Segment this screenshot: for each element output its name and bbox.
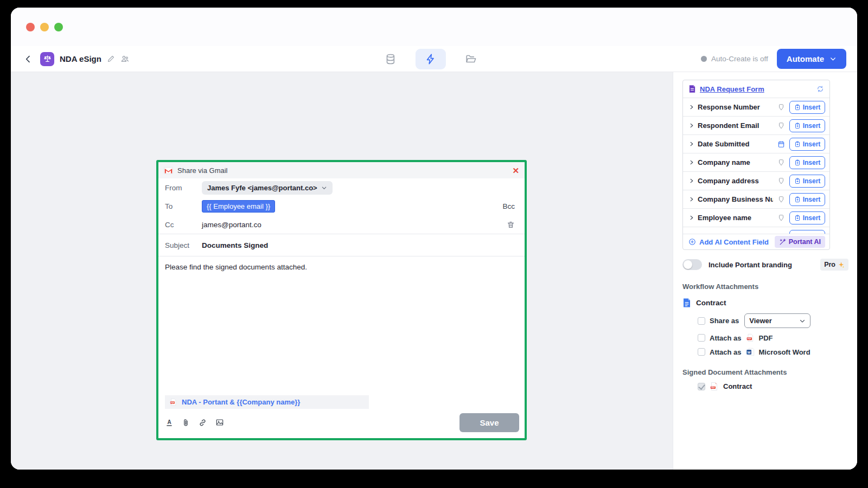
clipboard-icon (794, 196, 801, 203)
field-row-response-number: Response Number Insert (683, 98, 829, 117)
automate-button[interactable]: Automate (777, 49, 846, 69)
calendar-icon (777, 140, 785, 148)
branding-label: Include Portant branding (709, 261, 792, 269)
pro-badge: Pro (820, 259, 848, 271)
insert-field-button[interactable] (789, 230, 825, 234)
attach-as-word-checkbox[interactable] (698, 348, 705, 356)
workflow-attachment-doc: Contract (682, 298, 848, 308)
svg-text:PDF: PDF (711, 387, 715, 389)
field-row-company-address: Company address Insert (683, 172, 829, 190)
link-icon (198, 418, 207, 427)
form-fields-panel: NDA Request Form Response Number Insert … (682, 80, 830, 250)
expand-field-icon[interactable] (688, 123, 694, 129)
attach-file-button[interactable] (182, 418, 190, 427)
chevron-down-icon (321, 185, 327, 191)
attachment-chip[interactable]: PDF NDA - Portant & {{Company name}} (165, 395, 369, 409)
text-format-button[interactable]: A (165, 418, 174, 427)
insert-field-button[interactable]: Insert (789, 119, 825, 132)
share-as-select[interactable]: Viewer (744, 313, 810, 328)
to-field-chip[interactable]: {{ Employee email }} (202, 200, 275, 213)
signed-attachments-title: Signed Document Attachments (682, 368, 848, 376)
expand-field-icon[interactable] (688, 215, 694, 221)
automation-sidebar: NDA Request Form Response Number Insert … (673, 72, 857, 470)
chevron-down-icon (829, 55, 837, 62)
workflow-canvas: Share via Gmail ✕ From James Fyfe <james… (11, 72, 673, 470)
expand-field-icon[interactable] (688, 196, 694, 202)
rename-button[interactable] (107, 55, 115, 63)
email-body[interactable]: Please find the signed documents attache… (158, 256, 525, 395)
minimize-window-button[interactable] (40, 23, 49, 31)
insert-field-button[interactable]: Insert (789, 193, 825, 206)
clipboard-icon (794, 215, 801, 221)
tag-icon (777, 214, 785, 222)
tag-icon (777, 196, 785, 203)
share-via-gmail-dialog: Share via Gmail ✕ From James Fyfe <james… (156, 160, 527, 440)
tag-icon (777, 104, 785, 111)
cc-value[interactable]: james@portant.co (202, 221, 261, 229)
expand-field-icon[interactable] (688, 159, 694, 165)
branding-row: Include Portant branding Pro (682, 259, 848, 271)
portant-ai-badge[interactable]: Portant AI (775, 236, 825, 248)
google-doc-icon (682, 298, 691, 308)
field-row-respondent-email: Respondent Email Insert (683, 117, 829, 135)
refresh-fields-button[interactable] (816, 85, 824, 93)
insert-link-button[interactable] (198, 418, 207, 427)
people-icon (120, 54, 130, 63)
source-data-tab[interactable] (375, 49, 406, 69)
expand-field-icon[interactable] (688, 104, 694, 110)
from-select[interactable]: James Fyfe <james@portant.co> (202, 181, 333, 195)
pdf-file-icon: PDF (710, 382, 719, 391)
clipboard-icon (794, 159, 801, 166)
app-header: NDA eSign Auto-Create is off (11, 46, 857, 72)
insert-field-button[interactable]: Insert (789, 175, 825, 188)
attach-as-pdf-checkbox[interactable] (698, 334, 705, 342)
to-row: To {{ Employee email }} Bcc (158, 197, 525, 215)
signed-contract-checkbox[interactable] (698, 383, 705, 390)
zoom-window-button[interactable] (54, 23, 63, 31)
field-row-employee-name: Employee name Insert (683, 209, 829, 227)
automation-tab[interactable] (416, 49, 446, 69)
svg-text:PDF: PDF (748, 338, 751, 340)
workflow-attachments-title: Workflow Attachments (682, 282, 848, 291)
back-button[interactable] (22, 53, 35, 66)
expand-field-icon[interactable] (688, 178, 694, 184)
signed-doc-name: Contract (723, 382, 752, 390)
insert-field-button[interactable]: Insert (789, 138, 825, 151)
save-button[interactable]: Save (459, 413, 519, 432)
field-row-date-submitted: Date Submitted Insert (683, 135, 829, 153)
add-ai-content-field-button[interactable]: Add AI Content Field (688, 238, 769, 246)
titlebar (11, 8, 857, 46)
share-as-checkbox[interactable] (698, 317, 705, 325)
share-as-row: Share as Viewer (698, 313, 848, 328)
partially-scrolled-field-row (683, 227, 829, 234)
cc-label: Cc (165, 221, 202, 229)
status-dot-icon (701, 56, 707, 62)
subject-value[interactable]: Documents Signed (202, 241, 268, 249)
insert-field-button[interactable]: Insert (789, 101, 825, 114)
insert-field-button[interactable]: Insert (789, 211, 825, 224)
refresh-icon (816, 85, 824, 93)
close-dialog-icon[interactable]: ✕ (512, 166, 519, 175)
from-label: From (165, 184, 202, 192)
svg-text:PDF: PDF (171, 402, 174, 404)
dialog-title: Share via Gmail (177, 166, 227, 175)
bcc-link[interactable]: Bcc (502, 202, 515, 210)
insert-field-button[interactable]: Insert (789, 156, 825, 169)
insert-image-button[interactable] (215, 418, 224, 427)
output-folder-tab[interactable] (456, 49, 486, 69)
attachment-name: NDA - Portant & {{Company name}} (182, 398, 300, 406)
workflow-icon (40, 52, 54, 66)
workflow-title: NDA eSign (60, 54, 101, 63)
svg-text:W: W (747, 351, 750, 354)
delete-cc-button[interactable] (507, 221, 515, 229)
sparkle-icon (838, 261, 845, 268)
auto-create-status: Auto-Create is off (701, 55, 768, 63)
pdf-file-icon: PDF (746, 333, 755, 342)
form-title-link[interactable]: NDA Request Form (700, 85, 764, 93)
share-team-button[interactable] (120, 54, 130, 63)
close-window-button[interactable] (26, 23, 35, 31)
word-file-icon: W (746, 348, 755, 356)
database-icon (385, 53, 397, 65)
include-branding-toggle[interactable] (682, 259, 702, 270)
expand-field-icon[interactable] (688, 141, 694, 147)
